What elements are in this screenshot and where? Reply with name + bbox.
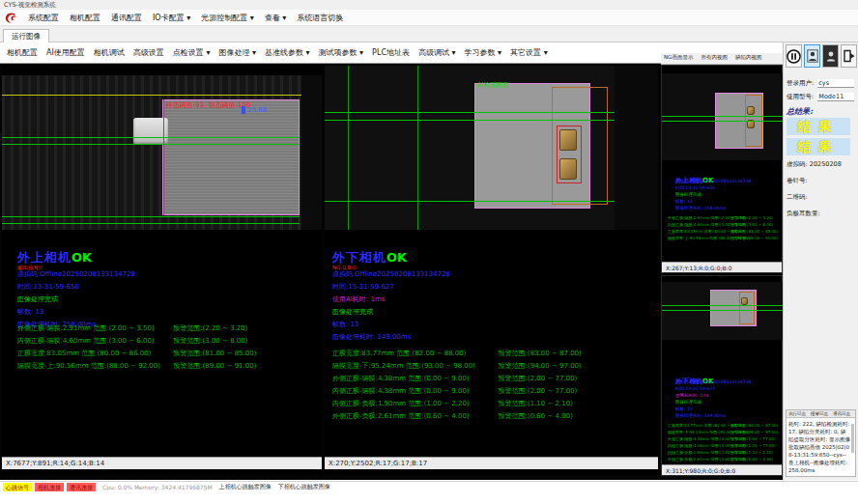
- measurement-row: 外侧正极-隔膜:2.91mm 范围:(2.00 ~ 3.50) 预警范围:(2.…: [668, 215, 782, 222]
- log-tab[interactable]: 通讯日志: [831, 410, 852, 417]
- ng-image-bottom: [662, 282, 784, 340]
- info-line: 图像处理完成: [675, 191, 751, 198]
- exit-icon: [843, 49, 856, 63]
- log-tab[interactable]: 报警日志: [809, 410, 830, 417]
- info-line: 时间:13-31-59-627: [332, 281, 450, 294]
- camera-title: 外下相机: [332, 250, 386, 265]
- title-bar: CYS-视觉检测系统: [0, 0, 858, 10]
- edge-line: [417, 66, 418, 230]
- info-line: 虚拟码:Offline20250208133134728: [17, 268, 135, 281]
- measurement-text: 内侧正极-隔膜:4.60mm 范围:(3.00 ~ 6.00): [17, 336, 155, 346]
- app-window: CYS-视觉检测系统 系统配置相机配置通讯配置IO卡配置 ▾光源控制配置 ▾查看…: [0, 0, 858, 504]
- warning-range: 预警范围:(3.00 ~ 8.00): [730, 222, 773, 227]
- toolbar-item[interactable]: 相机调试: [94, 47, 125, 58]
- ai-detect-rect: [739, 292, 755, 324]
- measurement-row: 内侧正极-负极:1.90mm 范围:(1.00 ~ 2.20) 预警范围:(1.…: [668, 450, 782, 457]
- camera-image-lower[interactable]: AI检测画面: [325, 66, 658, 230]
- measurement-row: 内侧正极-隔膜:4.60mm 范围:(3.00 ~ 6.00) 预警范围:(3.…: [17, 336, 317, 349]
- warning-range: 预警范围:(2.20 ~ 3.20): [730, 215, 773, 220]
- toolbar-item[interactable]: 高级设置: [133, 47, 164, 58]
- measurement-list-lower: 正极宽度:83.77mm 范围:(82.00 ~ 88.00) 预警范围:(83…: [332, 349, 651, 424]
- info-line: 图像处理耗时: 149.00ms: [332, 331, 450, 344]
- toolbar-item[interactable]: PLC地址表: [372, 47, 410, 58]
- menu-item[interactable]: 相机配置: [70, 13, 100, 23]
- ng-pixel-status-bottom: X:311;Y:980;R:0;G:0;B:0: [662, 464, 782, 475]
- login-user-label: 登录用户:: [786, 79, 814, 87]
- measurement-text: 内侧正极-隔膜:4.38mm 范围:(0.00 ~ 9.00): [332, 386, 470, 396]
- toolbar-item[interactable]: 测试项参数 ▾: [319, 47, 364, 58]
- calibration-line: [2, 95, 322, 96]
- measurement-row: 外侧正极-负极:2.61mm 范围:(0.60 ~ 4.00) 预警范围:(0.…: [668, 457, 782, 463]
- measurement-row: 隔膜宽度-下:95.24mm 范围:(93.00 ~ 98.00) 预警范围:(…: [668, 430, 782, 436]
- model-value[interactable]: Mode11: [817, 93, 854, 101]
- warning-range: 预警范围:(81.00 ~ 85.00): [730, 229, 778, 234]
- menu-item[interactable]: 系统语言切换: [297, 13, 343, 23]
- info-line: 使用AI耗时: 1ms: [675, 392, 751, 399]
- toolbar-item[interactable]: 其它设置 ▾: [510, 47, 548, 58]
- user-button[interactable]: [822, 44, 839, 68]
- toolbar-item[interactable]: 相机配置: [7, 47, 38, 58]
- log-text[interactable]: 耗时: 222, 缺陷检测耗时: 17, 缺陷分类耗时: 0, 缺陷提取分区耗时…: [786, 418, 855, 476]
- toolbar-item[interactable]: 基准线参数 ▾: [265, 47, 310, 58]
- menu-item[interactable]: 查看 ▾: [265, 13, 287, 23]
- pause-button[interactable]: [786, 44, 802, 68]
- measurement-row: 隔膜宽度-下:95.24mm 范围:(93.00 ~ 98.00) 预警范围:(…: [332, 361, 651, 374]
- tab-feature: [559, 158, 577, 180]
- camera-panel-lower[interactable]: AI检测画面 外下相机OK NG:0,B:0 虚拟码:Offline202502…: [325, 66, 658, 475]
- baseline-line: [325, 120, 615, 121]
- field-label: 卷针号:: [786, 177, 808, 184]
- tab-strip: 运行图像: [0, 26, 858, 42]
- result-ok-label: OK: [72, 250, 92, 265]
- toolbar-item[interactable]: 图像处理 ▾: [218, 47, 256, 58]
- measurement-row: 外侧正极-负极:2.61mm 范围:(0.60 ~ 4.00) 预警范围:(0.…: [332, 411, 651, 424]
- menu-item[interactable]: 系统配置: [28, 13, 59, 23]
- measurement-text: 隔膜宽度-下:95.24mm 范围:(93.00 ~ 98.00): [332, 361, 475, 371]
- toolbar-item[interactable]: 点检设置 ▾: [173, 47, 211, 58]
- camera-image-upper[interactable]: 静态阈值:93, 动态阈值:100 25.68: [2, 75, 322, 230]
- edge-line: [348, 66, 349, 230]
- measurement-row: 隔膜宽度-上:90.56mm 范围:(88.00 ~ 92.00) 预警范围:(…: [668, 236, 782, 242]
- menu-item[interactable]: IO卡配置 ▾: [153, 13, 190, 23]
- measurement-row: 正极宽度:83.77mm 范围:(82.00 ~ 88.00) 预警范围:(83…: [332, 349, 651, 361]
- login-user-button[interactable]: [804, 44, 820, 68]
- camera-panel-upper[interactable]: 静态阈值:93, 动态阈值:100 25.68 外上相机OK 输出信号!! 虚拟…: [2, 66, 322, 475]
- user-icon: [825, 49, 837, 63]
- log-scrollbar[interactable]: [851, 424, 854, 453]
- menu-item[interactable]: 通讯配置: [111, 13, 142, 23]
- warning-range: 预警范围:(89.00 ~ 91.00): [730, 236, 778, 240]
- edge-line: [163, 99, 164, 215]
- exit-button[interactable]: [841, 44, 857, 68]
- toolbar-item[interactable]: AI使用配置: [46, 47, 85, 58]
- result-ok-label: OK: [386, 250, 407, 265]
- lower-camera-trigger-note: 下相机心跳触发图像: [278, 483, 330, 491]
- toolbar-item[interactable]: 学习参数 ▾: [465, 47, 502, 58]
- ng-pixel-status-top: X:267;Y:13;R:0;G:0;B:0: [662, 262, 782, 272]
- tab-run-image[interactable]: 运行图像: [3, 29, 49, 42]
- ng-tab[interactable]: NG画面显示: [661, 53, 696, 64]
- log-tab[interactable]: 执行日志: [786, 410, 808, 417]
- main-workspace: 静态阈值:93, 动态阈值:100 25.68 外上相机OK 输出信号!! 虚拟…: [0, 64, 783, 480]
- baseline-line: [325, 112, 615, 113]
- info-line: 虚拟码:Offline20250208133134728: [675, 178, 751, 184]
- ng-tab[interactable]: 所有内视图: [698, 53, 730, 64]
- toolbar-item[interactable]: 高级调试 ▾: [418, 47, 456, 58]
- warning-range: 预警范围:(94.00 ~ 97.00): [499, 361, 582, 371]
- tab-feature: [747, 106, 755, 115]
- info-line: 帧数: 13: [675, 198, 751, 205]
- measurement-row: 正极宽度:83.77mm 范围:(82.00 ~ 88.00) 预警范围:(83…: [668, 423, 782, 430]
- login-user-value[interactable]: cys: [817, 79, 854, 88]
- menu-item[interactable]: 光源控制配置 ▾: [201, 13, 254, 23]
- measurement-row: 隔膜宽度-上:90.56mm 范围:(88.00 ~ 92.00) 预警范围:(…: [17, 361, 317, 374]
- ng-tab[interactable]: 缺陷内视图: [732, 53, 765, 64]
- baseline-line: [325, 201, 615, 202]
- total-result-label: 总结果:: [786, 106, 813, 117]
- baseline-line: [2, 144, 300, 145]
- ng-display-bottom[interactable]: 外下相机OK 虚拟码:Offline20250208133134728时间:13…: [661, 275, 783, 476]
- baseline-line: [2, 223, 300, 224]
- status-badge: 心跳信号: [3, 483, 32, 491]
- ng-display-top[interactable]: 外上相机OK 虚拟码:Offline20250208133134728时间:13…: [661, 65, 783, 273]
- measurement-row: 外侧正极-隔膜:4.38mm 范围:(0.00 ~ 9.00) 预警范围:(2.…: [668, 436, 782, 443]
- field-label: 负极耳数量:: [786, 210, 820, 217]
- info-line: 帧数: 13: [332, 319, 450, 331]
- warning-range: 预警范围:(1.10 ~ 2.10): [730, 450, 773, 455]
